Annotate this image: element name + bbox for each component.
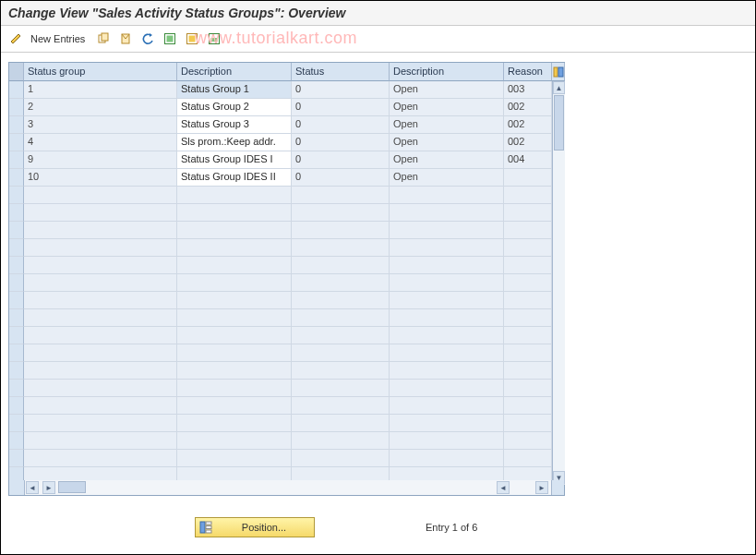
row-selector[interactable]: [9, 187, 24, 204]
empty-cell[interactable]: [292, 362, 390, 380]
row-selector[interactable]: [9, 134, 24, 151]
horizontal-scrollbar[interactable]: ◄ ► ◄ ►: [9, 480, 564, 495]
copy-as-icon[interactable]: [94, 30, 113, 48]
empty-cell[interactable]: [504, 239, 552, 257]
row-selector[interactable]: [9, 274, 24, 292]
empty-cell[interactable]: [177, 327, 292, 344]
col-header-status-group[interactable]: Status group: [24, 63, 177, 81]
empty-cell[interactable]: [292, 397, 390, 415]
empty-cell[interactable]: [504, 327, 552, 344]
empty-cell[interactable]: [292, 380, 390, 397]
row-selector[interactable]: [9, 432, 24, 450]
position-button[interactable]: Position...: [195, 517, 315, 537]
empty-cell[interactable]: [504, 309, 552, 327]
empty-cell[interactable]: [24, 257, 177, 274]
empty-cell[interactable]: [177, 257, 292, 274]
empty-cell[interactable]: [390, 344, 504, 362]
col-header-description-1[interactable]: Description: [177, 63, 292, 81]
row-selector[interactable]: [9, 362, 24, 380]
row-selector[interactable]: [9, 344, 24, 362]
row-selector[interactable]: [9, 222, 24, 239]
row-selector[interactable]: [9, 204, 24, 222]
empty-cell[interactable]: [390, 397, 504, 415]
configure-columns-icon[interactable]: [552, 63, 565, 81]
scroll-right-icon-2[interactable]: ►: [535, 481, 548, 494]
scroll-up-icon[interactable]: ▲: [553, 81, 565, 94]
empty-cell[interactable]: [24, 187, 177, 204]
select-all-column[interactable]: [9, 63, 24, 81]
row-selector[interactable]: [9, 450, 24, 467]
new-entries-button[interactable]: New Entries: [30, 33, 85, 44]
empty-cell[interactable]: [390, 415, 504, 432]
empty-cell[interactable]: [504, 397, 552, 415]
empty-cell[interactable]: [390, 257, 504, 274]
cell-description-1[interactable]: Sls prom.:Keep addr.: [177, 134, 292, 151]
row-selector[interactable]: [9, 169, 24, 187]
empty-cell[interactable]: [177, 432, 292, 450]
row-selector[interactable]: [9, 292, 24, 309]
empty-cell[interactable]: [24, 362, 177, 380]
empty-cell[interactable]: [504, 344, 552, 362]
cell-reason[interactable]: 004: [504, 151, 552, 169]
select-all-icon[interactable]: [161, 30, 179, 48]
toggle-display-change-icon[interactable]: [6, 30, 25, 48]
cell-description-1[interactable]: Status Group 2: [177, 99, 292, 116]
cell-description-1[interactable]: Status Group IDES I: [177, 151, 292, 169]
empty-cell[interactable]: [177, 292, 292, 309]
row-selector[interactable]: [9, 116, 24, 134]
row-selector[interactable]: [9, 257, 24, 274]
scroll-thumb-v[interactable]: [554, 95, 564, 151]
cell-status[interactable]: 0: [292, 99, 390, 116]
empty-cell[interactable]: [177, 222, 292, 239]
cell-status[interactable]: 0: [292, 151, 390, 169]
cell-status-group[interactable]: 2: [24, 99, 177, 116]
cell-reason[interactable]: 002: [504, 134, 552, 151]
empty-cell[interactable]: [504, 415, 552, 432]
col-header-status[interactable]: Status: [292, 63, 390, 81]
empty-cell[interactable]: [292, 432, 390, 450]
empty-cell[interactable]: [24, 327, 177, 344]
empty-cell[interactable]: [390, 432, 504, 450]
empty-cell[interactable]: [504, 432, 552, 450]
empty-cell[interactable]: [504, 257, 552, 274]
cell-status-group[interactable]: 4: [24, 134, 177, 151]
empty-cell[interactable]: [390, 327, 504, 344]
undo-icon[interactable]: [138, 30, 157, 48]
empty-cell[interactable]: [177, 239, 292, 257]
empty-cell[interactable]: [390, 309, 504, 327]
empty-cell[interactable]: [390, 292, 504, 309]
cell-description-1[interactable]: Status Group 3: [177, 116, 292, 134]
cell-status-group[interactable]: 1: [24, 81, 177, 99]
row-selector[interactable]: [9, 151, 24, 169]
cell-reason[interactable]: 003: [504, 81, 552, 99]
empty-cell[interactable]: [390, 274, 504, 292]
empty-cell[interactable]: [292, 415, 390, 432]
empty-cell[interactable]: [504, 450, 552, 467]
empty-cell[interactable]: [24, 344, 177, 362]
scroll-right-icon[interactable]: ►: [42, 481, 55, 494]
row-selector[interactable]: [9, 415, 24, 432]
row-selector[interactable]: [9, 239, 24, 257]
cell-description-1[interactable]: Status Group IDES II: [177, 169, 292, 187]
empty-cell[interactable]: [24, 397, 177, 415]
col-header-description-2[interactable]: Description: [390, 63, 504, 81]
empty-cell[interactable]: [24, 239, 177, 257]
scroll-thumb[interactable]: [58, 481, 86, 493]
empty-cell[interactable]: [24, 274, 177, 292]
empty-cell[interactable]: [177, 274, 292, 292]
empty-cell[interactable]: [177, 204, 292, 222]
cell-reason[interactable]: [504, 169, 552, 187]
empty-cell[interactable]: [177, 397, 292, 415]
empty-cell[interactable]: [390, 204, 504, 222]
empty-cell[interactable]: [292, 292, 390, 309]
empty-cell[interactable]: [390, 187, 504, 204]
empty-cell[interactable]: [390, 380, 504, 397]
cell-status[interactable]: 0: [292, 134, 390, 151]
cell-status[interactable]: 0: [292, 169, 390, 187]
empty-cell[interactable]: [292, 274, 390, 292]
row-selector[interactable]: [9, 81, 24, 99]
empty-cell[interactable]: [504, 187, 552, 204]
empty-cell[interactable]: [24, 450, 177, 467]
empty-cell[interactable]: [292, 204, 390, 222]
empty-cell[interactable]: [177, 187, 292, 204]
